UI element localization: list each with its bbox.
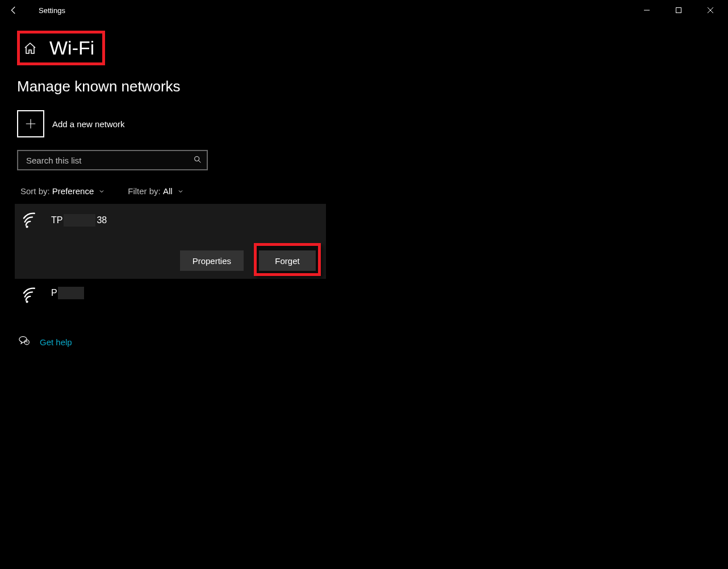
content-area: Wi-Fi Manage known networks Add a new ne… bbox=[0, 20, 341, 349]
wifi-icon bbox=[23, 212, 42, 229]
maximize-button[interactable] bbox=[666, 2, 692, 19]
chevron-down-icon bbox=[177, 188, 184, 195]
network-list: TP 38 Properties Forget bbox=[15, 204, 324, 312]
forget-button-highlight: Forget bbox=[254, 243, 321, 276]
network-item[interactable]: P bbox=[15, 279, 326, 312]
network-item-selected[interactable]: TP 38 Properties Forget bbox=[15, 204, 326, 279]
svg-point-2 bbox=[26, 225, 28, 228]
close-button[interactable] bbox=[697, 2, 723, 19]
filters-row: Sort by: Preference Filter by: All bbox=[17, 186, 324, 196]
sort-by-value: Preference bbox=[52, 186, 94, 196]
redacted-text bbox=[58, 287, 84, 299]
filter-by-control[interactable]: Filter by: All bbox=[128, 186, 183, 196]
minimize-button[interactable] bbox=[634, 2, 660, 19]
chevron-down-icon bbox=[98, 188, 105, 195]
search-icon bbox=[193, 155, 202, 166]
search-input[interactable] bbox=[25, 155, 193, 166]
search-box[interactable] bbox=[17, 150, 208, 170]
wifi-icon bbox=[23, 287, 42, 304]
home-icon[interactable] bbox=[23, 41, 37, 55]
add-network-button[interactable]: Add a new network bbox=[17, 110, 324, 137]
sort-by-control[interactable]: Sort by: Preference bbox=[20, 186, 105, 196]
forget-button[interactable]: Forget bbox=[259, 250, 316, 271]
network-actions: Properties Forget bbox=[180, 250, 316, 271]
get-help-link[interactable]: Get help bbox=[40, 337, 72, 347]
add-network-label: Add a new network bbox=[52, 119, 125, 129]
window-controls bbox=[634, 2, 723, 19]
svg-point-3 bbox=[26, 300, 28, 303]
sort-by-label: Sort by: bbox=[20, 186, 50, 196]
section-title: Manage known networks bbox=[17, 78, 324, 95]
page-hero-highlight: Wi-Fi bbox=[17, 31, 105, 65]
properties-button[interactable]: Properties bbox=[180, 250, 244, 271]
plus-icon bbox=[17, 110, 44, 137]
back-button[interactable] bbox=[7, 3, 20, 17]
page-title: Wi-Fi bbox=[49, 37, 94, 59]
network-name: P bbox=[51, 287, 84, 299]
svg-text:?: ? bbox=[26, 341, 28, 344]
titlebar: Settings bbox=[0, 0, 728, 20]
window-title: Settings bbox=[39, 6, 65, 15]
filter-by-value: All bbox=[163, 186, 173, 196]
help-icon: ? bbox=[18, 336, 31, 349]
svg-rect-0 bbox=[676, 8, 681, 13]
redacted-text bbox=[64, 214, 95, 227]
svg-point-1 bbox=[195, 156, 199, 161]
get-help-row: ? Get help bbox=[17, 336, 324, 349]
network-name: TP 38 bbox=[51, 214, 107, 227]
filter-by-label: Filter by: bbox=[128, 186, 161, 196]
